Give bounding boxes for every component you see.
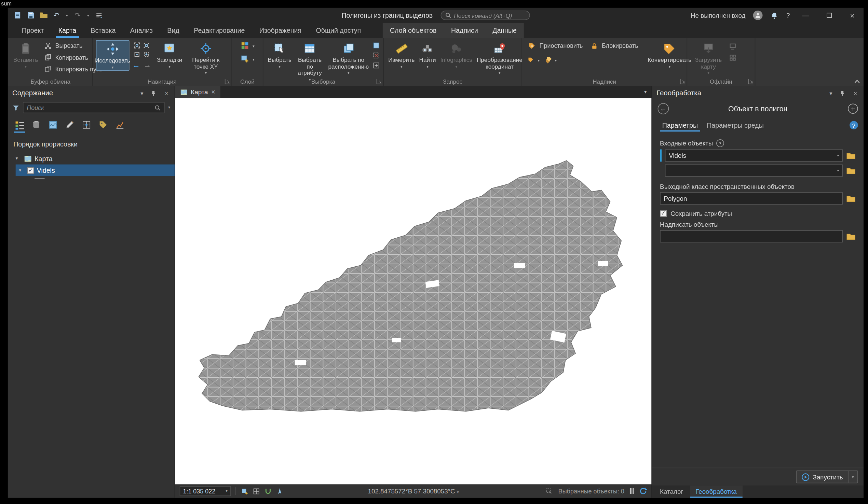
preserve-attributes-checkbox[interactable]: ✓ (660, 210, 667, 217)
save-project-icon[interactable] (26, 11, 35, 20)
tab-analysis[interactable]: Анализ (123, 23, 160, 38)
search-options-caret-icon[interactable]: ▾ (168, 105, 170, 110)
close-icon[interactable]: × (163, 90, 170, 96)
browse-folder-icon[interactable] (846, 152, 856, 159)
refresh-icon[interactable] (639, 487, 647, 495)
tab-geoprocessing[interactable]: Геообработка (690, 485, 742, 498)
list-by-visibility-icon[interactable] (46, 118, 60, 132)
expander-icon[interactable]: ▾ (16, 156, 21, 161)
qat-dropdown-icon[interactable]: ▾ (86, 11, 90, 20)
basemap-button[interactable]: ▾ (239, 40, 256, 52)
pin-icon[interactable] (840, 90, 847, 96)
run-button[interactable]: Запустить ▾ (796, 471, 858, 483)
close-tab-icon[interactable]: × (211, 88, 215, 96)
previous-extent-icon[interactable]: ← (132, 61, 140, 69)
layer-symbol-swatch[interactable] (34, 178, 44, 179)
download-map-button[interactable]: Загрузить карту ▾ (691, 40, 726, 76)
view-list-caret-icon[interactable]: ▾ (639, 86, 652, 98)
coordinates-readout[interactable]: 102.8475572°В 57.3008053°С (368, 487, 455, 494)
minimize-button[interactable]: — (798, 10, 813, 21)
lock-labels-button[interactable]: Блокировать (588, 40, 640, 52)
map-canvas[interactable] (175, 98, 652, 484)
tool-help-icon[interactable]: ? (849, 121, 858, 129)
select-by-attribute-button[interactable]: Выбрать по атрибуту ▾ (294, 40, 325, 82)
tab-view[interactable]: Вид (160, 23, 187, 38)
tab-catalog[interactable]: Каталог (654, 485, 689, 498)
pause-drawing-icon[interactable] (630, 488, 633, 494)
offline-options-icon[interactable] (728, 54, 736, 62)
input-features-value[interactable] (669, 152, 834, 159)
command-search[interactable] (441, 11, 530, 20)
label-features-input[interactable] (660, 230, 843, 242)
input-features-empty-value[interactable] (669, 167, 834, 174)
user-avatar[interactable] (753, 11, 763, 20)
paste-button[interactable]: Вставить ▾ (12, 40, 39, 70)
contents-search-box[interactable] (23, 102, 165, 113)
list-by-editing-icon[interactable] (63, 118, 77, 132)
locate-button[interactable]: Найти ▾ (418, 40, 437, 70)
run-options-caret-icon[interactable]: ▾ (848, 471, 857, 483)
dialog-launcher-icon[interactable]: ↘ (748, 79, 753, 84)
tree-item-layer[interactable]: ▾ ✓ Videls (16, 165, 175, 176)
snapping-icon[interactable] (264, 487, 272, 495)
next-extent-icon[interactable]: → (144, 61, 152, 69)
undo-icon[interactable]: ↶ (52, 11, 61, 20)
tab-edit[interactable]: Редактирование (187, 23, 252, 38)
layer-visibility-checkbox[interactable]: ✓ (27, 167, 34, 174)
filter-icon[interactable] (12, 104, 20, 111)
explore-button[interactable]: Исследовать ▾ (96, 40, 130, 71)
undo-dropdown-icon[interactable]: ▾ (65, 11, 69, 20)
convert-coordinates-button[interactable]: Преобразование координат ▾ (476, 40, 524, 76)
goto-xy-button[interactable]: Перейти к точке XY ▾ (187, 40, 224, 76)
zoom-full-extent-icon[interactable] (133, 41, 141, 49)
add-data-button[interactable]: ▾ (239, 54, 256, 65)
redo-icon[interactable]: ↷ (73, 11, 82, 20)
list-by-data-source-icon[interactable] (29, 118, 43, 132)
maximize-button[interactable] (821, 10, 837, 21)
close-icon[interactable]: × (852, 90, 859, 96)
scale-combobox[interactable]: 1:1 035 022 ▾ (180, 486, 231, 496)
list-by-charts-icon[interactable] (113, 118, 127, 132)
convert-labels-button[interactable]: Конвертировать ▾ (647, 40, 692, 70)
dialog-launcher-icon[interactable]: ↘ (376, 79, 382, 84)
tab-project[interactable]: Проект (14, 23, 51, 38)
pane-menu-icon[interactable]: ▾ (827, 90, 835, 96)
list-by-labeling-icon[interactable] (96, 118, 110, 132)
contents-search-input[interactable] (27, 104, 152, 111)
pause-labeling-button[interactable]: Приостановить (526, 40, 585, 52)
tab-map[interactable]: Карта (51, 23, 83, 38)
help-icon[interactable]: ? (786, 11, 790, 19)
tab-insert[interactable]: Вставка (83, 23, 123, 38)
tab-share[interactable]: Общий доступ (309, 23, 368, 38)
label-priority-button[interactable]: ▾ (527, 55, 540, 66)
list-by-snapping-icon[interactable] (79, 118, 94, 132)
tab-imagery[interactable]: Изображения (252, 23, 309, 38)
input-features-empty-combobox[interactable]: ▾ (665, 165, 843, 177)
map-view-tab[interactable]: Карта × (175, 86, 220, 98)
bookmarks-button[interactable]: Закладки ▾ (154, 40, 185, 70)
command-search-input[interactable] (454, 12, 525, 19)
browse-folder-icon[interactable] (846, 233, 856, 240)
browse-folder-icon[interactable] (846, 167, 856, 174)
output-class-value[interactable] (664, 195, 839, 202)
new-bookmark-icon[interactable] (240, 487, 248, 495)
tab-feature-layer[interactable]: Слой объектов (383, 23, 444, 38)
north-arrow-icon[interactable] (276, 487, 283, 495)
coordinates-caret-icon[interactable]: ▾ (457, 490, 459, 494)
grid-icon[interactable] (252, 487, 260, 495)
selection-options-icon[interactable] (372, 62, 380, 69)
zoom-in-fixed-icon[interactable] (142, 41, 150, 49)
input-features-combobox[interactable]: ▾ (665, 149, 843, 161)
output-class-input[interactable] (660, 192, 843, 204)
customize-toolbar-icon[interactable] (94, 11, 103, 20)
pane-menu-icon[interactable]: ▾ (138, 90, 146, 96)
dialog-launcher-icon[interactable]: ↘ (680, 79, 685, 84)
zoom-out-fixed-icon[interactable] (133, 50, 141, 58)
dialog-launcher-icon[interactable]: ↘ (225, 79, 230, 84)
add-to-project-icon[interactable]: + (848, 104, 858, 114)
clear-selection-icon[interactable] (372, 51, 380, 59)
notifications-icon[interactable] (771, 11, 778, 19)
zoom-selected-icon[interactable] (142, 50, 150, 58)
batch-toggle-icon[interactable]: ▾ (716, 139, 724, 147)
pin-icon[interactable] (151, 90, 158, 96)
